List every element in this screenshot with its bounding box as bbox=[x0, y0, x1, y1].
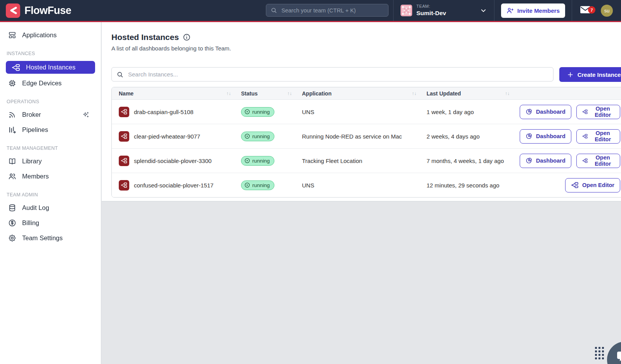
open-editor-button[interactable]: Open Editor bbox=[576, 154, 620, 168]
dashboard-button[interactable]: Dashboard bbox=[520, 105, 571, 119]
sidebar-section-operations: OPERATIONS bbox=[0, 91, 101, 107]
sidebar-item-label: Pipelines bbox=[22, 126, 48, 133]
page-panel: Hosted Instances A list of all dashboard… bbox=[102, 22, 621, 201]
dashboard-button[interactable]: Dashboard bbox=[520, 154, 571, 168]
instances-table: Name ↑↓ Status ↑↓ Application ↑↓ Last Up… bbox=[111, 87, 621, 198]
team-search-box[interactable] bbox=[266, 4, 389, 17]
open-editor-label: Open Editor bbox=[591, 154, 614, 167]
sidebar-item-hosted-instances[interactable]: Hosted Instances bbox=[6, 61, 95, 74]
status-badge: running bbox=[241, 180, 274, 190]
status-badge: running bbox=[241, 132, 274, 141]
status-text: running bbox=[252, 182, 270, 188]
sort-icon[interactable]: ↑↓ bbox=[412, 91, 416, 96]
plus-icon bbox=[567, 71, 574, 78]
instance-name: splendid-sociable-plover-3300 bbox=[134, 158, 212, 164]
sidebar-section-team-admin: TEAM ADMIN bbox=[0, 184, 101, 200]
sidebar-item-label: Library bbox=[22, 158, 42, 165]
sidebar-item-members[interactable]: Members bbox=[0, 169, 101, 184]
create-instance-button[interactable]: Create Instance bbox=[559, 67, 621, 82]
last-updated: 1 week, 1 day ago bbox=[427, 109, 474, 115]
node-red-instance-icon bbox=[119, 156, 129, 166]
sidebar-item-label: Broker bbox=[22, 111, 41, 118]
users-icon bbox=[8, 172, 16, 180]
open-editor-icon bbox=[571, 182, 579, 188]
currency-dollar-icon bbox=[8, 219, 16, 227]
dashboard-label: Dashboard bbox=[536, 158, 565, 164]
last-updated: 2 weeks, 4 days ago bbox=[427, 133, 480, 140]
sidebar-item-pipelines[interactable]: Pipelines bbox=[0, 122, 101, 137]
chart-pie-icon bbox=[526, 133, 533, 140]
chart-pie-icon bbox=[526, 108, 533, 115]
status-text: running bbox=[252, 158, 270, 164]
book-icon bbox=[8, 157, 16, 165]
instances-search-input[interactable] bbox=[127, 71, 548, 78]
table-row[interactable]: drab-caspian-gull-5108 running UNS 1 wee… bbox=[112, 100, 621, 124]
open-editor-icon bbox=[582, 158, 588, 164]
sidebar-item-broker[interactable]: Broker bbox=[0, 107, 101, 122]
info-icon[interactable] bbox=[183, 33, 191, 41]
notifications-button[interactable]: 7 bbox=[572, 5, 600, 16]
chevron-down-icon bbox=[480, 7, 487, 14]
team-search-input[interactable] bbox=[281, 7, 384, 14]
sidebar-item-label: Applications bbox=[22, 31, 57, 39]
dashboard-button[interactable]: Dashboard bbox=[520, 129, 571, 144]
invite-members-label: Invite Members bbox=[517, 7, 560, 14]
team-selector[interactable]: TEAM: Sumit-Dev bbox=[394, 4, 494, 17]
chat-bubble-icon bbox=[614, 348, 621, 364]
open-editor-button[interactable]: Open Editor bbox=[576, 129, 620, 144]
team-label: TEAM: bbox=[416, 4, 446, 9]
sidebar-item-edge-devices[interactable]: Edge Devices bbox=[0, 76, 101, 91]
sparkles-icon bbox=[82, 111, 89, 118]
table-row[interactable]: confused-sociable-plover-1517 running UN… bbox=[112, 173, 621, 197]
sort-icon[interactable]: ↑↓ bbox=[505, 91, 510, 96]
sidebar-section-team-management: TEAM MANAGEMENT bbox=[0, 137, 101, 154]
table-row[interactable]: splendid-sociable-plover-3300 running Tr… bbox=[112, 149, 621, 173]
sidebar-item-billing[interactable]: Billing bbox=[0, 215, 101, 231]
hosted-instances-icon bbox=[12, 64, 20, 71]
page-title: Hosted Instances bbox=[111, 33, 179, 42]
play-circle-icon bbox=[245, 133, 250, 139]
open-editor-button[interactable]: Open Editor bbox=[576, 105, 620, 119]
pipelines-icon bbox=[8, 126, 16, 134]
open-editor-icon bbox=[582, 133, 588, 139]
sidebar-item-applications[interactable]: Applications bbox=[0, 28, 101, 43]
widget-drag-handle[interactable] bbox=[595, 347, 604, 359]
status-text: running bbox=[252, 109, 270, 115]
sort-icon[interactable]: ↑↓ bbox=[226, 91, 231, 96]
instance-name: clear-pied-wheatear-9077 bbox=[134, 133, 200, 140]
flowfuse-logo-icon bbox=[6, 3, 20, 18]
invite-members-button[interactable]: Invite Members bbox=[501, 3, 565, 18]
instances-search-box[interactable] bbox=[111, 67, 553, 81]
sidebar-item-library[interactable]: Library bbox=[0, 154, 101, 169]
instances-toolbar: Create Instance bbox=[111, 67, 621, 82]
sidebar-item-audit-log[interactable]: Audit Log bbox=[0, 200, 101, 215]
create-instance-label: Create Instance bbox=[578, 71, 621, 78]
status-badge: running bbox=[241, 107, 274, 117]
instance-name: drab-caspian-gull-5108 bbox=[134, 109, 193, 115]
node-red-instance-icon bbox=[119, 107, 129, 117]
open-editor-label: Open Editor bbox=[582, 182, 614, 188]
sidebar-item-label: Team Settings bbox=[22, 234, 63, 242]
sidebar-section-instances: INSTANCES bbox=[0, 43, 101, 59]
sidebar: Applications INSTANCES Hosted Instances … bbox=[0, 22, 101, 364]
open-editor-button[interactable]: Open Editor bbox=[565, 178, 620, 192]
user-avatar[interactable]: su bbox=[601, 5, 613, 17]
status-badge: running bbox=[241, 156, 274, 166]
main-content: Hosted Instances A list of all dashboard… bbox=[102, 22, 621, 364]
user-add-icon bbox=[507, 7, 514, 14]
column-header-name: Name bbox=[119, 90, 134, 97]
open-editor-label: Open Editor bbox=[591, 130, 614, 142]
instance-name: confused-sociable-plover-1517 bbox=[134, 182, 213, 189]
gear-icon bbox=[8, 234, 16, 242]
chart-pie-icon bbox=[526, 157, 533, 164]
table-header-row: Name ↑↓ Status ↑↓ Application ↑↓ Last Up… bbox=[112, 87, 621, 100]
sort-icon[interactable]: ↑↓ bbox=[287, 91, 292, 96]
application-name: Running Node-RED as service on Mac bbox=[302, 133, 402, 140]
table-row[interactable]: clear-pied-wheatear-9077 running Running… bbox=[112, 124, 621, 149]
application-name: UNS bbox=[302, 182, 314, 189]
search-icon bbox=[116, 71, 123, 78]
sidebar-item-team-settings[interactable]: Team Settings bbox=[0, 231, 101, 246]
open-editor-label: Open Editor bbox=[591, 106, 614, 118]
column-header-last-updated: Last Updated bbox=[427, 90, 461, 97]
flowfuse-logo[interactable]: FlowFuse bbox=[0, 3, 71, 18]
